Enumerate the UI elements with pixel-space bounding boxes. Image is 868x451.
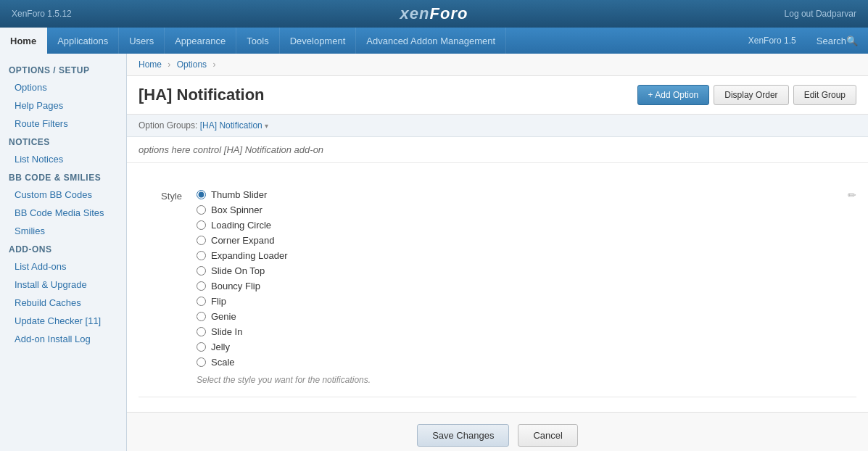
nav-item-advanced-addon[interactable]: Advanced Addon Management: [356, 28, 506, 54]
nav-item-development[interactable]: Development: [280, 28, 357, 54]
sidebar-item-help-pages[interactable]: Help Pages: [0, 96, 126, 115]
sidebar-item-rebuild-caches[interactable]: Rebuild Caches: [0, 294, 126, 312]
nav-item-applications[interactable]: Applications: [47, 28, 119, 54]
radio-label-loading-circle: Loading Circle: [211, 220, 271, 231]
radio-item-bouncy-flip[interactable]: Bouncy Flip: [197, 281, 856, 291]
header-buttons: + Add Option Display Order Edit Group: [637, 85, 856, 105]
style-label: Style: [139, 189, 197, 385]
radio-item-genie[interactable]: Genie: [197, 311, 856, 322]
radio-label-expanding-loader: Expanding Loader: [211, 250, 288, 261]
nav-item-appearance[interactable]: Appearance: [165, 28, 236, 54]
sidebar-item-update-checker[interactable]: Update Checker [11]: [0, 312, 126, 330]
radio-item-flip[interactable]: Flip: [197, 296, 856, 307]
radio-bouncy-flip[interactable]: [197, 281, 206, 291]
search-button[interactable]: Search 🔍: [806, 36, 868, 46]
nav-right: XenForo 1.5 Search 🔍: [738, 28, 868, 54]
sidebar-item-custom-bb-codes[interactable]: Custom BB Codes: [0, 186, 126, 204]
sidebar-item-list-add-ons[interactable]: List Add-ons: [0, 257, 126, 276]
edit-icon[interactable]: ✏: [848, 189, 856, 201]
nav-item-home[interactable]: Home: [0, 28, 47, 54]
style-radio-group: Thumb SliderBox SpinnerLoading CircleCor…: [197, 189, 856, 368]
radio-item-box-spinner[interactable]: Box Spinner: [197, 204, 856, 215]
style-form-control: Thumb SliderBox SpinnerLoading CircleCor…: [197, 189, 856, 385]
radio-slide-in[interactable]: [197, 327, 206, 336]
breadcrumb: Home › Options ›: [127, 54, 868, 76]
sidebar: Options / Setup Options Help Pages Route…: [0, 54, 127, 451]
sidebar-item-install-upgrade[interactable]: Install & Upgrade: [0, 276, 126, 294]
nav-item-tools[interactable]: Tools: [236, 28, 279, 54]
sidebar-item-list-notices[interactable]: List Notices: [0, 150, 126, 168]
add-option-button[interactable]: + Add Option: [637, 85, 710, 105]
radio-item-scale[interactable]: Scale: [197, 357, 856, 368]
radio-item-thumb-slider[interactable]: Thumb Slider: [197, 189, 856, 200]
option-group-bar: Option Groups: [HA] Notification ▾: [127, 115, 868, 137]
radio-label-corner-expand: Corner Expand: [211, 235, 274, 246]
radio-item-loading-circle[interactable]: Loading Circle: [197, 220, 856, 231]
sidebar-item-addon-install-log[interactable]: Add-on Install Log: [0, 330, 126, 348]
radio-label-genie: Genie: [211, 311, 236, 322]
radio-label-thumb-slider: Thumb Slider: [211, 189, 267, 200]
radio-label-bouncy-flip: Bouncy Flip: [211, 281, 260, 291]
radio-item-corner-expand[interactable]: Corner Expand: [197, 235, 856, 246]
xenforo-version-label: XenForo 1.5: [738, 36, 806, 46]
page-title: [HA] Notification: [139, 86, 265, 104]
radio-item-expanding-loader[interactable]: Expanding Loader: [197, 250, 856, 261]
dropdown-arrow-icon[interactable]: ▾: [265, 122, 268, 130]
breadcrumb-home[interactable]: Home: [139, 59, 162, 70]
radio-label-jelly: Jelly: [211, 342, 230, 352]
sidebar-section-add-ons: Add-ons: [0, 240, 126, 257]
page-header: [HA] Notification + Add Option Display O…: [127, 76, 868, 115]
radio-label-slide-on-top: Slide On Top: [211, 265, 265, 276]
save-changes-button[interactable]: Save Changes: [417, 424, 509, 447]
logout-button[interactable]: Log out Dadparvar: [575, 9, 856, 19]
layout: Options / Setup Options Help Pages Route…: [0, 54, 868, 451]
radio-genie[interactable]: [197, 312, 206, 321]
radio-label-slide-in: Slide In: [211, 326, 242, 337]
radio-label-scale: Scale: [211, 357, 235, 368]
cancel-button[interactable]: Cancel: [518, 424, 577, 447]
nav-bar: Home Applications Users Appearance Tools…: [0, 28, 868, 54]
radio-item-slide-on-top[interactable]: Slide On Top: [197, 265, 856, 276]
edit-group-button[interactable]: Edit Group: [793, 85, 856, 105]
sidebar-section-bb-code: BB Code & Smilies: [0, 168, 126, 186]
breadcrumb-options[interactable]: Options: [177, 59, 207, 70]
form-footer: Save Changes Cancel: [127, 412, 868, 451]
radio-jelly[interactable]: [197, 342, 206, 352]
page-description: options here control [HA] Notification a…: [127, 137, 868, 163]
top-bar: XenForo 1.5.12 xenForo Log out Dadparvar: [0, 0, 868, 28]
content-area: Style Thumb SliderBox SpinnerLoading Cir…: [127, 163, 868, 412]
radio-corner-expand[interactable]: [197, 236, 206, 245]
radio-box-spinner[interactable]: [197, 205, 206, 215]
display-order-button[interactable]: Display Order: [714, 85, 788, 105]
radio-label-flip: Flip: [211, 296, 226, 307]
app-logo: xenForo: [293, 4, 574, 23]
style-help-text: Select the style you want for the notifi…: [197, 375, 856, 385]
radio-expanding-loader[interactable]: [197, 251, 206, 260]
radio-thumb-slider[interactable]: [197, 190, 206, 199]
nav-item-users[interactable]: Users: [119, 28, 165, 54]
sidebar-item-bb-code-media-sites[interactable]: BB Code Media Sites: [0, 204, 126, 222]
radio-item-jelly[interactable]: Jelly: [197, 342, 856, 352]
sidebar-item-route-filters[interactable]: Route Filters: [0, 115, 126, 133]
radio-slide-on-top[interactable]: [197, 266, 206, 276]
radio-loading-circle[interactable]: [197, 220, 206, 230]
sidebar-section-options-setup: Options / Setup: [0, 61, 126, 78]
option-group-prefix: Option Groups:: [139, 120, 197, 131]
option-group-name[interactable]: [HA] Notification: [200, 120, 263, 131]
sidebar-item-options[interactable]: Options: [0, 78, 126, 96]
radio-scale[interactable]: [197, 357, 206, 367]
logo-foro: Foro: [430, 4, 468, 22]
radio-flip[interactable]: [197, 297, 206, 306]
radio-item-slide-in[interactable]: Slide In: [197, 326, 856, 337]
style-form-row: Style Thumb SliderBox SpinnerLoading Cir…: [139, 178, 856, 397]
main-content: Home › Options › [HA] Notification + Add…: [127, 54, 868, 451]
radio-label-box-spinner: Box Spinner: [211, 204, 263, 215]
logo-xen: xen: [400, 4, 430, 22]
sidebar-item-smilies[interactable]: Smilies: [0, 222, 126, 240]
app-version: XenForo 1.5.12: [12, 9, 293, 19]
sidebar-section-notices: Notices: [0, 133, 126, 150]
